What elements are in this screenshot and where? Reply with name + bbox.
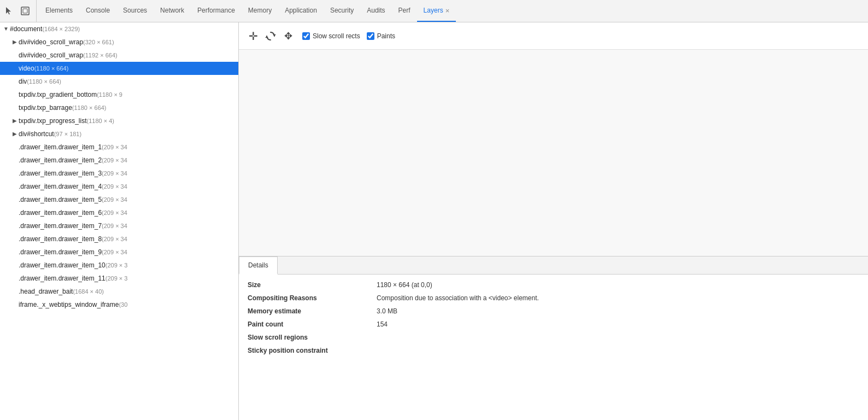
paints-checkbox[interactable]	[367, 32, 374, 40]
tab-bar: ElementsConsoleSourcesNetworkPerformance…	[0, 0, 868, 22]
inspector-icon[interactable]	[19, 4, 32, 18]
details-panel: Details Size1180 × 664 (at 0,0)Compositi…	[239, 256, 868, 420]
svg-rect-1	[23, 9, 27, 13]
tab-items-container: ElementsConsoleSourcesNetworkPerformance…	[39, 0, 456, 22]
tree-item-txp-gradient[interactable]: txpdiv.txp_gradient_bottom(1180 × 9	[0, 88, 238, 101]
tab-memory[interactable]: Memory	[242, 0, 278, 22]
detail-row-compositing-reasons: Compositing ReasonsComposition due to as…	[248, 294, 859, 302]
detail-label-sticky-position: Sticky position constraint	[248, 347, 368, 354]
slow-scroll-rects-text: Slow scroll rects	[313, 32, 360, 40]
canvas-area	[239, 50, 868, 256]
tab-console[interactable]: Console	[79, 0, 116, 22]
tab-label-application: Application	[285, 7, 317, 14]
transform-icon[interactable]: ✥	[280, 28, 296, 44]
tree-node-name-drawer-item-4: .drawer_item.drawer_item_4	[19, 181, 102, 192]
tab-sources[interactable]: Sources	[116, 0, 154, 22]
details-content: Size1180 × 664 (at 0,0)Compositing Reaso…	[239, 275, 868, 366]
tab-details[interactable]: Details	[239, 256, 278, 275]
detail-value-size: 1180 × 664 (at 0,0)	[377, 281, 432, 289]
layer-tree: ▼#document(1684 × 2329)▶div#video_scroll…	[0, 22, 239, 420]
tree-item-div-shortcut[interactable]: ▶div#shortcut(97 × 181)	[0, 127, 238, 141]
tab-audits[interactable]: Audits	[360, 0, 391, 22]
tab-elements[interactable]: Elements	[39, 0, 79, 22]
tree-node-dim-drawer-item-10: (209 × 3	[105, 260, 128, 271]
tree-item-drawer-item-5[interactable]: .drawer_item.drawer_item_5(209 × 34	[0, 193, 238, 206]
tab-label-performance: Performance	[197, 7, 235, 14]
detail-row-slow-scroll-regions: Slow scroll regions	[248, 334, 859, 341]
tree-item-drawer-item-2[interactable]: .drawer_item.drawer_item_2(209 × 34	[0, 154, 238, 167]
toolbar-icons	[2, 0, 37, 22]
tab-layers[interactable]: Layers×	[417, 0, 456, 22]
tree-node-name-drawer-item-10: .drawer_item.drawer_item_10	[19, 260, 105, 271]
tab-label-layers: Layers	[424, 7, 443, 14]
tree-node-name-div-shortcut: div#shortcut	[19, 129, 54, 139]
pan-icon[interactable]: ✛	[245, 28, 261, 44]
tab-close-layers[interactable]: ×	[445, 7, 450, 15]
tab-application[interactable]: Application	[278, 0, 324, 22]
tree-item-iframe-webtips[interactable]: iframe._x_webtips_window_iframe(30	[0, 298, 238, 311]
tree-node-dim-drawer-item-4: (209 × 34	[102, 181, 127, 192]
tree-node-name-video: video	[19, 63, 34, 74]
cursor-icon[interactable]	[2, 4, 15, 18]
right-panel: ✛ ✥ Slow scroll rects Paints	[239, 22, 868, 420]
tree-node-name-div-1180: div	[19, 76, 27, 87]
tab-label-network: Network	[160, 7, 184, 14]
tree-item-video-scroll-wrap-1[interactable]: ▶div#video_scroll_wrap(320 × 661)	[0, 36, 238, 49]
main-layout: ▼#document(1684 × 2329)▶div#video_scroll…	[0, 22, 868, 420]
tree-node-dim-div-1180: (1180 × 664)	[27, 76, 61, 87]
tree-node-dim-drawer-item-1: (209 × 34	[102, 142, 127, 153]
tree-item-video[interactable]: video(1180 × 664)	[0, 62, 238, 75]
tree-node-dim-txp-progress: (1180 × 4)	[87, 115, 114, 126]
tree-item-drawer-item-7[interactable]: .drawer_item.drawer_item_7(209 × 34	[0, 219, 238, 232]
tree-item-drawer-item-4[interactable]: .drawer_item.drawer_item_4(209 × 34	[0, 180, 238, 193]
tree-item-drawer-item-9[interactable]: .drawer_item.drawer_item_9(209 × 34	[0, 246, 238, 259]
detail-label-slow-scroll-regions: Slow scroll regions	[248, 334, 368, 341]
tree-item-txp-barrage[interactable]: txpdiv.txp_barrage(1180 × 664)	[0, 101, 238, 114]
rotate-icon[interactable]	[263, 28, 278, 44]
tab-label-sources: Sources	[123, 7, 147, 14]
tree-node-name-iframe-webtips: iframe._x_webtips_window_iframe	[19, 299, 119, 310]
tree-node-dim-drawer-item-5: (209 × 34	[102, 194, 127, 205]
tree-item-txp-progress[interactable]: ▶txpdiv.txp_progress_list(1180 × 4)	[0, 114, 238, 127]
tree-node-dim-drawer-item-9: (209 × 34	[102, 247, 127, 258]
detail-row-paint-count: Paint count154	[248, 320, 859, 328]
tree-node-dim-drawer-item-7: (209 × 34	[102, 220, 127, 231]
tab-perf[interactable]: Perf	[392, 0, 417, 22]
tree-item-document[interactable]: ▼#document(1684 × 2329)	[0, 22, 238, 36]
paints-label[interactable]: Paints	[367, 32, 395, 40]
tree-item-drawer-item-6[interactable]: .drawer_item.drawer_item_6(209 × 34	[0, 206, 238, 219]
tree-node-name-head-drawer-bait: .head_drawer_bait	[19, 286, 73, 297]
detail-value-memory-estimate: 3.0 MB	[377, 307, 397, 315]
detail-value-paint-count: 154	[377, 320, 388, 328]
tab-security[interactable]: Security	[324, 0, 360, 22]
tab-label-console: Console	[86, 7, 110, 14]
tree-node-name-drawer-item-8: .drawer_item.drawer_item_8	[19, 234, 102, 244]
tree-node-name-txp-gradient: txpdiv.txp_gradient_bottom	[19, 89, 97, 100]
tree-node-dim-video: (1180 × 664)	[34, 63, 69, 74]
tree-item-drawer-item-8[interactable]: .drawer_item.drawer_item_8(209 × 34	[0, 232, 238, 246]
slow-scroll-rects-label[interactable]: Slow scroll rects	[302, 32, 360, 40]
detail-value-compositing-reasons: Composition due to association with a <v…	[377, 294, 539, 302]
tree-item-drawer-item-1[interactable]: .drawer_item.drawer_item_1(209 × 34	[0, 141, 238, 154]
tree-node-name-drawer-item-5: .drawer_item.drawer_item_5	[19, 194, 102, 205]
svg-rect-0	[21, 7, 29, 15]
tree-node-name-video-scroll-wrap-2: div#video_scroll_wrap	[19, 50, 83, 61]
tab-performance[interactable]: Performance	[191, 0, 242, 22]
tree-node-dim-drawer-item-11: (209 × 3	[105, 273, 128, 284]
slow-scroll-rects-checkbox[interactable]	[302, 32, 310, 40]
tree-arrow-document: ▼	[2, 24, 10, 34]
tree-node-name-drawer-item-2: .drawer_item.drawer_item_2	[19, 155, 102, 166]
tree-item-video-scroll-wrap-2[interactable]: div#video_scroll_wrap(1192 × 664)	[0, 49, 238, 62]
tree-node-dim-drawer-item-3: (209 × 34	[102, 168, 127, 179]
tree-item-head-drawer-bait[interactable]: .head_drawer_bait(1684 × 40)	[0, 285, 238, 298]
tree-item-drawer-item-3[interactable]: .drawer_item.drawer_item_3(209 × 34	[0, 167, 238, 180]
tree-item-div-1180[interactable]: div(1180 × 664)	[0, 75, 238, 88]
tab-label-perf: Perf	[398, 7, 410, 14]
tab-label-memory: Memory	[248, 7, 272, 14]
tree-node-name-drawer-item-6: .drawer_item.drawer_item_6	[19, 207, 102, 218]
tree-node-name-video-scroll-wrap-1: div#video_scroll_wrap	[19, 37, 83, 48]
tab-network[interactable]: Network	[154, 0, 191, 22]
tree-item-drawer-item-10[interactable]: .drawer_item.drawer_item_10(209 × 3	[0, 259, 238, 272]
tree-item-drawer-item-11[interactable]: .drawer_item.drawer_item_11(209 × 3	[0, 272, 238, 285]
paints-text: Paints	[377, 32, 395, 40]
